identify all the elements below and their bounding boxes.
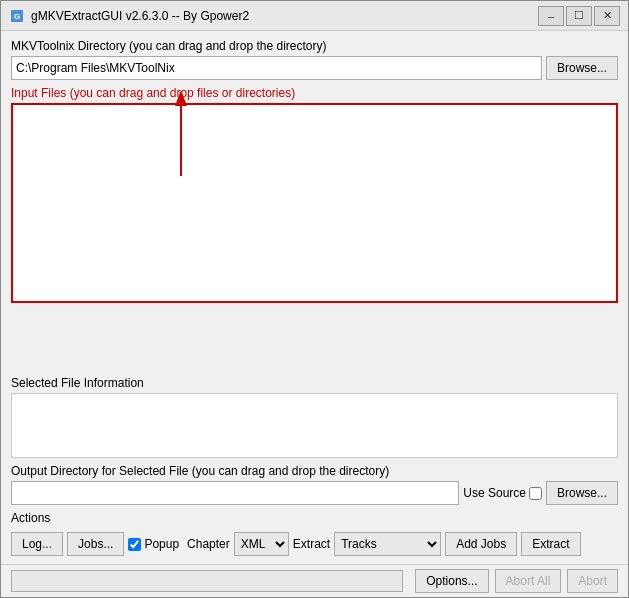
window-controls: – ☐ ✕ bbox=[538, 6, 620, 26]
progress-bar bbox=[11, 570, 403, 592]
input-files-section: Input Files (you can drag and drop files… bbox=[11, 86, 618, 370]
add-jobs-button[interactable]: Add Jobs bbox=[445, 532, 517, 556]
input-files-label-container: Input Files (you can drag and drop files… bbox=[11, 86, 618, 103]
use-source-checkbox[interactable] bbox=[529, 487, 542, 500]
extract-label: Extract bbox=[293, 537, 330, 551]
xml-select[interactable]: XML OGM CUE bbox=[234, 532, 289, 556]
selected-file-section: Selected File Information bbox=[11, 376, 618, 458]
actions-label: Actions bbox=[11, 511, 618, 525]
abort-button[interactable]: Abort bbox=[567, 569, 618, 593]
mkvtoolnix-section: MKVToolnix Directory (you can drag and d… bbox=[11, 39, 618, 80]
mkvtoolnix-input[interactable] bbox=[11, 56, 542, 80]
abort-all-button[interactable]: Abort All bbox=[495, 569, 562, 593]
popup-label[interactable]: Popup bbox=[128, 537, 179, 551]
log-button[interactable]: Log... bbox=[11, 532, 63, 556]
options-button[interactable]: Options... bbox=[415, 569, 488, 593]
chapter-text: Chapter bbox=[187, 537, 230, 551]
minimize-button[interactable]: – bbox=[538, 6, 564, 26]
mkvtoolnix-row: Browse... bbox=[11, 56, 618, 80]
bottom-bar: Options... Abort All Abort bbox=[1, 564, 628, 597]
svg-text:G: G bbox=[14, 12, 20, 21]
main-window: G gMKVExtractGUI v2.6.3.0 -- By Gpower2 … bbox=[0, 0, 629, 598]
output-dir-label: Output Directory for Selected File (you … bbox=[11, 464, 618, 478]
selected-file-label: Selected File Information bbox=[11, 376, 618, 390]
input-files-box[interactable] bbox=[11, 103, 618, 303]
actions-section: Actions Log... Jobs... Popup Chapter XML… bbox=[11, 511, 618, 556]
output-browse-button[interactable]: Browse... bbox=[546, 481, 618, 505]
extract-button[interactable]: Extract bbox=[521, 532, 580, 556]
jobs-button[interactable]: Jobs... bbox=[67, 532, 124, 556]
popup-checkbox[interactable] bbox=[128, 538, 141, 551]
tracks-select[interactable]: Tracks Tags Attachments Chapters Cue She… bbox=[334, 532, 441, 556]
app-icon: G bbox=[9, 8, 25, 24]
maximize-button[interactable]: ☐ bbox=[566, 6, 592, 26]
output-dir-input[interactable] bbox=[11, 481, 459, 505]
output-dir-section: Output Directory for Selected File (you … bbox=[11, 464, 618, 505]
actions-row: Log... Jobs... Popup Chapter XML OGM CUE… bbox=[11, 532, 618, 556]
close-button[interactable]: ✕ bbox=[594, 6, 620, 26]
popup-text: Popup bbox=[144, 537, 179, 551]
use-source-text: Use Source bbox=[463, 486, 526, 500]
input-files-label: Input Files (you can drag and drop files… bbox=[11, 86, 618, 100]
selected-file-info-box bbox=[11, 393, 618, 458]
use-source-label[interactable]: Use Source bbox=[463, 486, 542, 500]
mkvtoolnix-label: MKVToolnix Directory (you can drag and d… bbox=[11, 39, 618, 53]
title-bar: G gMKVExtractGUI v2.6.3.0 -- By Gpower2 … bbox=[1, 1, 628, 31]
mkvtoolnix-browse-button[interactable]: Browse... bbox=[546, 56, 618, 80]
main-content: MKVToolnix Directory (you can drag and d… bbox=[1, 31, 628, 564]
output-dir-row: Use Source Browse... bbox=[11, 481, 618, 505]
window-title: gMKVExtractGUI v2.6.3.0 -- By Gpower2 bbox=[31, 9, 538, 23]
